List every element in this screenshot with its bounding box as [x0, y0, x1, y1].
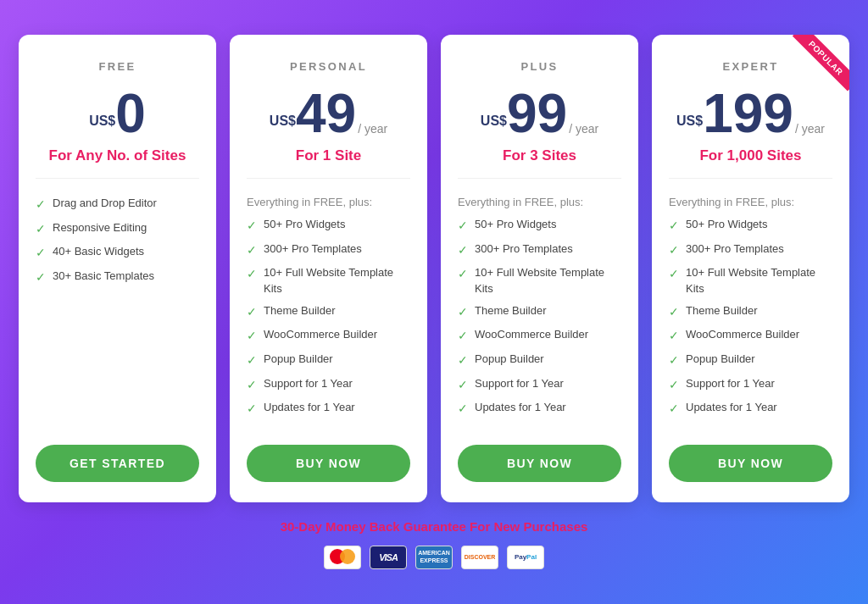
cta-button-personal[interactable]: BUY NOW [247, 445, 410, 482]
feature-text: 50+ Pro Widgets [264, 217, 345, 232]
price-row-plus: US$99/ year [458, 86, 621, 141]
sites-label-personal: For 1 Site [247, 147, 410, 179]
check-icon: ✓ [36, 245, 46, 262]
pricing-container: FREEUS$0For Any No. of Sites✓Drag and Dr… [19, 35, 849, 502]
check-icon: ✓ [247, 266, 257, 283]
check-icon: ✓ [458, 266, 468, 283]
check-icon: ✓ [669, 401, 679, 418]
cta-button-expert[interactable]: BUY NOW [669, 445, 832, 482]
cta-button-plus[interactable]: BUY NOW [458, 445, 621, 482]
feature-text: 30+ Basic Templates [53, 269, 154, 284]
list-item: ✓Updates for 1 Year [458, 400, 621, 418]
check-icon: ✓ [458, 401, 468, 418]
cta-button-free[interactable]: GET STARTED [36, 445, 199, 482]
price-row-free: US$0 [36, 86, 199, 141]
check-icon: ✓ [247, 401, 257, 418]
list-item: ✓300+ Pro Templates [669, 241, 832, 259]
feature-text: WooCommerce Builder [475, 327, 588, 342]
money-back-guarantee: 30-Day Money Back Guarantee For New Purc… [17, 519, 851, 534]
amex-icon: AMERICANEXPRESS [415, 546, 453, 569]
check-icon: ✓ [247, 352, 257, 369]
price-amount-expert: 199 [703, 86, 793, 141]
list-item: ✓10+ Full Website Template Kits [247, 265, 410, 296]
list-item: ✓30+ Basic Templates [36, 269, 199, 286]
features-list-plus: ✓50+ Pro Widgets✓300+ Pro Templates✓10+ … [458, 217, 621, 424]
price-period-expert: / year [795, 122, 825, 136]
feature-text: 10+ Full Website Template Kits [686, 265, 832, 296]
check-icon: ✓ [458, 242, 468, 259]
list-item: ✓Responsive Editing [36, 220, 199, 238]
feature-text: 50+ Pro Widgets [475, 217, 556, 232]
price-period-personal: / year [358, 122, 387, 136]
pricing-card-plus: PLUSUS$99/ yearFor 3 SitesEverything in … [441, 35, 638, 502]
list-item: ✓Support for 1 Year [669, 376, 832, 394]
feature-text: 300+ Pro Templates [264, 241, 362, 257]
list-item: ✓300+ Pro Templates [247, 241, 410, 259]
currency-expert: US$ [676, 114, 703, 129]
feature-text: Popup Builder [475, 352, 544, 367]
check-icon: ✓ [669, 304, 679, 321]
list-item: ✓40+ Basic Widgets [36, 244, 199, 262]
check-icon: ✓ [669, 218, 679, 235]
plan-name-plus: PLUS [458, 60, 621, 73]
feature-text: Support for 1 Year [264, 376, 353, 391]
sites-label-plus: For 3 Sites [458, 147, 621, 179]
feature-text: Support for 1 Year [475, 376, 564, 391]
price-row-personal: US$49/ year [247, 86, 410, 141]
check-icon: ✓ [247, 218, 257, 235]
feature-text: Popup Builder [686, 352, 755, 367]
discover-icon: DISCOVER [461, 546, 498, 569]
feature-text: 10+ Full Website Template Kits [475, 265, 621, 296]
check-icon: ✓ [669, 352, 679, 369]
list-item: ✓10+ Full Website Template Kits [458, 265, 621, 296]
list-item: ✓300+ Pro Templates [458, 241, 621, 259]
list-item: ✓Popup Builder [458, 352, 621, 369]
list-item: ✓Theme Builder [669, 303, 832, 321]
currency-plus: US$ [481, 114, 507, 129]
list-item: ✓50+ Pro Widgets [669, 217, 832, 235]
features-list-personal: ✓50+ Pro Widgets✓300+ Pro Templates✓10+ … [247, 217, 410, 424]
check-icon: ✓ [669, 266, 679, 283]
check-icon: ✓ [36, 221, 46, 238]
check-icon: ✓ [458, 304, 468, 321]
list-item: ✓Popup Builder [247, 352, 410, 369]
check-icon: ✓ [247, 377, 257, 394]
feature-text: Updates for 1 Year [475, 400, 566, 415]
feature-text: Updates for 1 Year [264, 400, 355, 415]
payment-icons: VISA AMERICANEXPRESS DISCOVER PayPal [17, 546, 851, 569]
list-item: ✓10+ Full Website Template Kits [669, 265, 832, 296]
check-icon: ✓ [669, 377, 679, 394]
feature-text: 10+ Full Website Template Kits [264, 265, 410, 296]
sites-label-expert: For 1,000 Sites [669, 147, 832, 179]
check-icon: ✓ [458, 352, 468, 369]
list-item: ✓Updates for 1 Year [247, 400, 410, 418]
feature-text: Updates for 1 Year [686, 400, 777, 415]
currency-personal: US$ [270, 114, 296, 129]
list-item: ✓Theme Builder [458, 303, 621, 321]
check-icon: ✓ [247, 242, 257, 259]
list-item: ✓50+ Pro Widgets [458, 217, 621, 235]
feature-text: WooCommerce Builder [686, 327, 799, 342]
feature-text: Theme Builder [686, 303, 758, 319]
list-item: ✓WooCommerce Builder [669, 327, 832, 345]
mastercard-icon [324, 546, 361, 569]
includes-text-expert: Everything in FREE, plus: [669, 196, 832, 208]
popular-badge [782, 35, 849, 103]
pricing-card-expert: EXPERTUS$199/ yearFor 1,000 SitesEveryth… [652, 35, 849, 502]
includes-text-plus: Everything in FREE, plus: [458, 196, 621, 208]
check-icon: ✓ [247, 328, 257, 345]
includes-text-personal: Everything in FREE, plus: [247, 196, 410, 208]
check-icon: ✓ [458, 218, 468, 235]
list-item: ✓Theme Builder [247, 303, 410, 321]
list-item: ✓Support for 1 Year [247, 376, 410, 394]
list-item: ✓Drag and Drop Editor [36, 196, 199, 213]
feature-text: 300+ Pro Templates [686, 241, 784, 257]
check-icon: ✓ [247, 304, 257, 321]
features-list-free: ✓Drag and Drop Editor✓Responsive Editing… [36, 196, 199, 424]
check-icon: ✓ [36, 269, 46, 286]
feature-text: Theme Builder [475, 303, 547, 319]
plan-name-free: FREE [36, 60, 199, 73]
feature-text: 300+ Pro Templates [475, 241, 573, 257]
feature-text: Responsive Editing [53, 220, 147, 236]
list-item: ✓Popup Builder [669, 352, 832, 369]
